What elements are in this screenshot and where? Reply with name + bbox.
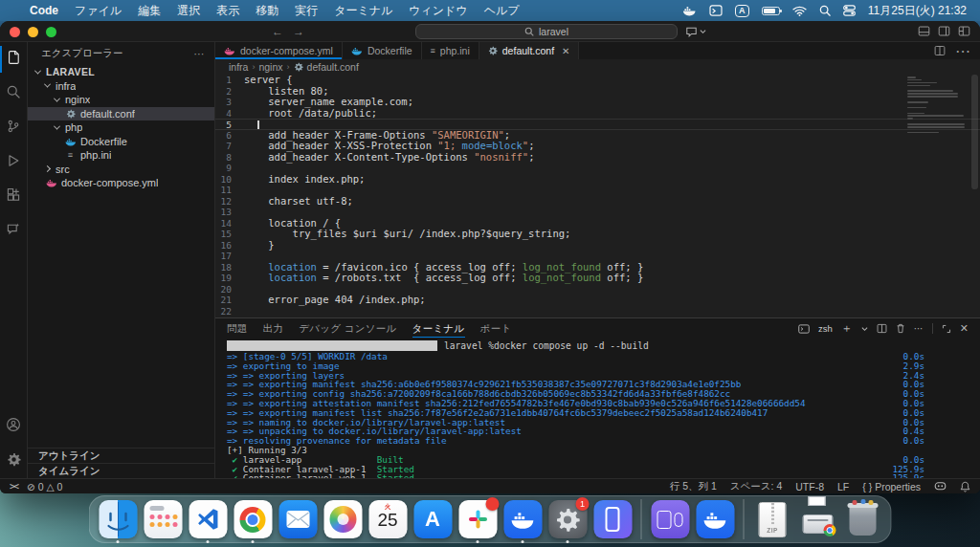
activity-search[interactable] (0, 77, 28, 111)
code-line-7[interactable]: 7 add_header X-XSS-Protection "1; mode=b… (215, 141, 980, 152)
cursor-position-status[interactable]: 行 5、列 1 (670, 480, 717, 493)
copilot-status-icon[interactable] (934, 481, 947, 492)
breadcrumb-item[interactable]: nginx (258, 61, 282, 73)
code-line-19[interactable]: 19 location = /robots.txt { access_log o… (215, 273, 980, 284)
code-line-22[interactable]: 22 (215, 306, 980, 317)
code-line-4[interactable]: 4 root /data/public; (215, 108, 980, 120)
docker-menubar-icon[interactable] (682, 5, 697, 16)
code-line-5[interactable]: 5 (215, 119, 980, 130)
tree-item-LARAVEL[interactable]: LARAVEL (28, 65, 214, 79)
dock-finder[interactable] (99, 500, 138, 538)
toggle-secondary-sidebar-icon[interactable] (938, 25, 950, 37)
new-terminal-button[interactable]: ＋ (841, 320, 853, 337)
tree-item-php[interactable]: php (28, 120, 214, 135)
language-mode-status[interactable]: { } Properties (862, 481, 921, 492)
dock-iphone-mirroring[interactable] (593, 500, 633, 538)
dock-trash[interactable] (843, 500, 882, 538)
code-line-21[interactable]: 21 error_page 404 /index.php; (215, 295, 980, 306)
menu-item[interactable]: 実行 (295, 3, 318, 19)
tree-item-src[interactable]: src (28, 163, 214, 177)
activity-run-debug[interactable] (0, 145, 28, 180)
tab-docker-compose.yml[interactable]: docker-compose.yml (215, 42, 343, 59)
spotlight-icon[interactable] (819, 5, 831, 16)
indentation-status[interactable]: スペース: 4 (730, 480, 782, 493)
close-tab-icon[interactable]: ✕ (562, 46, 569, 56)
menu-item[interactable]: ウィンドウ (409, 3, 467, 19)
activity-settings[interactable] (0, 444, 28, 478)
editor-scrollbar[interactable] (971, 75, 978, 189)
code-line-10[interactable]: 10 index index.php; (215, 174, 980, 186)
activity-extensions[interactable] (0, 180, 28, 214)
panel-tab-問題[interactable]: 問題 (227, 318, 248, 339)
tree-item-default.conf[interactable]: default.conf (28, 107, 214, 121)
close-panel-icon[interactable]: ✕ (960, 322, 969, 335)
dock-settings[interactable]: 1 (548, 500, 588, 538)
dock-screen-sharing[interactable] (651, 500, 690, 538)
code-line-16[interactable]: 16 } (215, 240, 980, 252)
kill-terminal-icon[interactable] (896, 323, 905, 334)
breadcrumb[interactable]: infra›nginx›default.conf (215, 59, 980, 75)
activity-accounts[interactable] (0, 409, 28, 444)
code-line-8[interactable]: 8 add_header X-Content-Type-Options "nos… (215, 152, 980, 164)
notifications-bell-icon[interactable] (960, 481, 970, 492)
zoom-window-button[interactable] (46, 27, 56, 37)
dock-zip-file[interactable]: ZIP (753, 500, 792, 538)
close-window-button[interactable] (10, 27, 20, 37)
dock-photos[interactable] (323, 500, 363, 538)
input-source-icon[interactable]: A (735, 5, 749, 17)
customize-layout-icon[interactable] (958, 25, 970, 37)
remote-indicator-icon[interactable]: >< (10, 481, 17, 492)
dock-calendar[interactable]: 火25 (368, 500, 408, 538)
code-line-9[interactable]: 9 (215, 163, 980, 174)
maximize-panel-icon[interactable] (942, 324, 951, 334)
code-line-15[interactable]: 15 try_files $uri $uri/ /index.php?$quer… (215, 229, 980, 240)
tab-php.ini[interactable]: ≡php.ini (422, 42, 479, 59)
activity-chat[interactable] (0, 214, 28, 249)
toggle-panel-icon[interactable] (918, 25, 930, 37)
dock-chrome[interactable] (234, 500, 273, 538)
tree-item-php.ini[interactable]: ≡php.ini (28, 148, 214, 163)
split-terminal-icon[interactable] (877, 323, 887, 334)
panel-more-actions-icon[interactable]: ⋯ (914, 323, 924, 334)
menu-item[interactable]: ヘルプ (484, 3, 520, 19)
command-center-search[interactable]: laravel (415, 24, 678, 39)
code-line-3[interactable]: 3 server_name example.com; (215, 97, 980, 108)
breadcrumb-item[interactable]: default.conf (307, 61, 359, 73)
sidebar-section-アウトライン[interactable]: アウトライン (28, 448, 214, 463)
menu-item[interactable]: ターミナル (334, 3, 392, 19)
panel-tab-出力[interactable]: 出力 (263, 318, 284, 339)
app-menu-title[interactable]: Code (30, 4, 58, 17)
dock-vscode[interactable] (189, 500, 228, 538)
tree-item-nginx[interactable]: nginx (28, 93, 214, 107)
navigate-forward-icon[interactable]: → (293, 25, 304, 38)
panel-tab-ポート[interactable]: ポート (480, 318, 512, 339)
dock-printer[interactable] (798, 500, 837, 538)
terminal-app-menubar-icon[interactable] (709, 5, 723, 16)
wifi-icon[interactable] (792, 6, 807, 16)
menu-item[interactable]: 移動 (256, 3, 278, 19)
encoding-status[interactable]: UTF-8 (795, 481, 824, 492)
navigate-back-icon[interactable]: ← (272, 25, 283, 38)
menu-item[interactable]: ファイル (75, 3, 122, 19)
menu-item[interactable]: 編集 (138, 3, 161, 19)
dock-launchpad[interactable] (144, 500, 183, 538)
panel-tab-デバッグ コンソール[interactable]: デバッグ コンソール (299, 318, 396, 339)
code-line-12[interactable]: 12 charset utf-8; (215, 196, 980, 208)
code-editor[interactable]: 1server {2 listen 80;3 server_name examp… (215, 75, 980, 317)
tab-default.conf[interactable]: default.conf✕ (479, 42, 580, 59)
tree-item-docker-compose.yml[interactable]: docker-compose.yml (28, 176, 214, 190)
dock-docker-recent[interactable] (696, 500, 735, 538)
code-line-13[interactable]: 13 (215, 207, 980, 218)
minimize-window-button[interactable] (28, 27, 38, 37)
copilot-chat-button[interactable] (685, 24, 706, 39)
sidebar-section-タイムライン[interactable]: タイムライン (28, 463, 214, 478)
split-editor-icon[interactable] (934, 45, 946, 56)
menu-bar-clock[interactable]: 11月25日(火) 21:32 (868, 3, 967, 19)
menu-item[interactable]: 選択 (177, 3, 200, 19)
dock-slack[interactable] (458, 500, 498, 538)
control-center-icon[interactable] (843, 5, 856, 16)
shell-label[interactable]: zsh (818, 323, 833, 334)
problems-status[interactable]: ⊘ 0 △ 0 (27, 481, 62, 492)
tab-Dockerfile[interactable]: Dockerfile (343, 42, 422, 59)
code-line-11[interactable]: 11 (215, 185, 980, 196)
